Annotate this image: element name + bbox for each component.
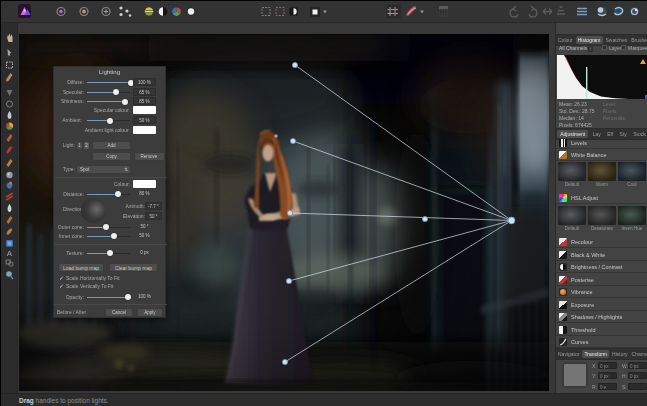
svg-text:A: A bbox=[7, 249, 13, 258]
